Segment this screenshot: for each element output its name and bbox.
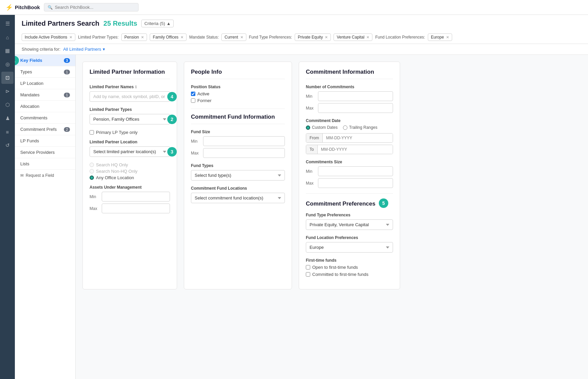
nav-icon-tag[interactable]: ⊳ — [1, 85, 14, 97]
page-title: Limited Partners Search — [22, 20, 99, 27]
num-commitments-min-input[interactable] — [318, 91, 393, 101]
nav-icon-network[interactable]: ⬡ — [1, 99, 14, 111]
trailing-ranges-radio[interactable] — [343, 125, 347, 130]
active-position-checkbox[interactable] — [191, 92, 195, 96]
chip-active-positions-remove[interactable]: ✕ — [69, 35, 72, 40]
showing-dropdown[interactable]: All Limited Partners ▾ — [63, 47, 105, 52]
primary-lp-checkbox[interactable] — [90, 130, 94, 135]
sidebar-item-key-fields[interactable]: Key Fields 3 1 — [15, 55, 75, 66]
former-position-checkbox[interactable] — [191, 98, 195, 103]
nav-icon-search[interactable]: ⊡ — [1, 72, 14, 84]
lp-types-select[interactable]: Pension, Family Offices — [90, 114, 170, 124]
fund-type-prefs-label: Fund Type Preferences — [306, 213, 393, 217]
chip-current[interactable]: Current ✕ — [221, 33, 246, 41]
chip-venture-capital-remove[interactable]: ✕ — [366, 35, 369, 40]
annotation-2: 2 — [167, 115, 177, 124]
search-hq-only-radio[interactable] — [90, 163, 94, 167]
chip-pension-remove[interactable]: ✕ — [141, 35, 144, 40]
custom-dates-radio[interactable] — [306, 125, 310, 130]
lp-names-input[interactable] — [90, 91, 170, 102]
fund-type-chip-label: Fund Type Preferences: — [249, 35, 292, 40]
commitment-fund-locations-group: Commitment Fund Locations Select commitm… — [191, 186, 285, 203]
sidebar-item-allocation[interactable]: Allocation — [15, 101, 75, 112]
search-non-hq-only-radio[interactable] — [90, 169, 94, 173]
fund-types-select[interactable]: Select fund type(s) — [191, 170, 285, 181]
logo-icon: ⚡ — [5, 4, 13, 11]
from-label: From — [306, 134, 323, 142]
commitment-size-group: Commitments Size Min Max — [306, 160, 393, 188]
sidebar-item-commitment-prefs[interactable]: Commitment Prefs 2 — [15, 124, 75, 135]
lp-names-group: Limited Partner Names ℹ 4 — [90, 85, 170, 102]
fund-location-prefs-select[interactable]: Europe — [306, 242, 393, 253]
criteria-button[interactable]: Criteria (5) ▲ — [141, 20, 174, 27]
showing-chevron-icon: ▾ — [103, 47, 105, 52]
nav-icon-globe[interactable]: ◎ — [1, 58, 14, 70]
search-non-hq-only-label: Search Non-HQ Only — [96, 169, 138, 174]
chip-private-equity-remove[interactable]: ✕ — [325, 35, 328, 40]
search-input[interactable] — [55, 5, 135, 10]
search-bar[interactable]: 🔍 — [44, 3, 139, 11]
names-info-icon: ℹ — [135, 85, 137, 89]
nav-icon-person[interactable]: ♟ — [1, 112, 14, 124]
sidebar-item-types-label: Types — [20, 69, 32, 74]
request-field-link[interactable]: ✉ Request a Field — [15, 170, 75, 181]
logo: ⚡ PitchBook — [5, 4, 40, 11]
aum-min-input[interactable] — [102, 192, 170, 202]
envelope-icon: ✉ — [20, 173, 24, 178]
fund-size-min-row: Min — [191, 136, 285, 146]
fund-location-chip-label: Fund Location Preferences: — [375, 35, 425, 40]
chip-current-remove[interactable]: ✕ — [240, 35, 243, 40]
commitment-to-row: To — [306, 145, 393, 154]
commitment-from-input[interactable] — [323, 134, 393, 142]
num-commitments-max-input[interactable] — [318, 103, 393, 113]
fund-type-prefs-select[interactable]: Private Equity, Venture Capital — [306, 219, 393, 230]
people-commitment-divider — [191, 109, 285, 109]
top-navbar: ⚡ PitchBook 🔍 — [0, 0, 588, 15]
chip-pension[interactable]: Pension ✕ — [121, 33, 147, 41]
nav-icon-list[interactable]: ≡ — [1, 126, 14, 138]
nav-icon-chart[interactable]: ▦ — [1, 45, 14, 57]
nav-icon-home[interactable]: ⌂ — [1, 31, 14, 43]
sidebar-badge-types: 1 — [64, 70, 70, 74]
sidebar-item-commitments[interactable]: Commitments — [15, 112, 75, 124]
chip-venture-capital[interactable]: Venture Capital ✕ — [334, 33, 372, 41]
trailing-ranges-label: Trailing Ranges — [349, 125, 377, 130]
nav-icon-clock[interactable]: ↺ — [1, 139, 14, 151]
sidebar-item-lp-funds[interactable]: LP Funds — [15, 135, 75, 147]
num-commitments-min-row: Min — [306, 91, 393, 101]
committed-first-time-checkbox[interactable] — [306, 272, 310, 277]
chip-active-positions[interactable]: Include Active Positions ✕ — [22, 33, 75, 41]
aum-max-input[interactable] — [102, 204, 170, 213]
search-icon: 🔍 — [48, 5, 53, 10]
any-office-location-radio[interactable] — [90, 175, 94, 180]
fund-size-min-input[interactable] — [203, 136, 285, 146]
chip-family-offices-remove[interactable]: ✕ — [180, 35, 183, 40]
fund-size-max-input[interactable] — [203, 148, 285, 158]
sidebar-item-service-providers[interactable]: Service Providers — [15, 147, 75, 158]
commitment-size-min-input[interactable] — [318, 166, 393, 176]
commitment-prefs-header: Commitment Preferences 5 — [306, 198, 393, 208]
sidebar-item-types[interactable]: Types 1 — [15, 66, 75, 78]
nav-icon-menu[interactable]: ☰ — [1, 18, 14, 30]
chip-private-equity[interactable]: Private Equity ✕ — [295, 33, 331, 41]
former-position-label: Former — [197, 98, 212, 103]
sidebar-item-lp-funds-label: LP Funds — [20, 138, 39, 143]
commitment-to-input[interactable] — [318, 145, 393, 154]
commitment-fund-locations-select[interactable]: Select commitment fund location(s) — [191, 193, 285, 203]
sidebar-item-lp-location[interactable]: LP Location — [15, 78, 75, 89]
open-first-time-checkbox[interactable] — [306, 265, 310, 269]
sidebar-item-mandates[interactable]: Mandates 1 — [15, 89, 75, 101]
filter-chips-row: Include Active Positions ✕ Limited Partn… — [22, 31, 581, 44]
lp-names-label: Limited Partner Names ℹ — [90, 85, 170, 89]
custom-dates-label: Custom Dates — [312, 125, 338, 130]
fund-size-max-row: Max — [191, 148, 285, 158]
sidebar-item-lists[interactable]: Lists — [15, 158, 75, 170]
chip-europe-remove[interactable]: ✕ — [446, 35, 449, 40]
logo-text: PitchBook — [15, 4, 40, 10]
commitment-size-max-input[interactable] — [318, 178, 393, 188]
aum-label: Assets Under Management — [90, 185, 170, 190]
chip-family-offices[interactable]: Family Offices ✕ — [150, 33, 187, 41]
chip-europe[interactable]: Europe ✕ — [428, 33, 452, 41]
criteria-label: Criteria (5) — [144, 21, 165, 26]
lp-location-select[interactable]: Select limited partner location(s) — [90, 146, 170, 157]
